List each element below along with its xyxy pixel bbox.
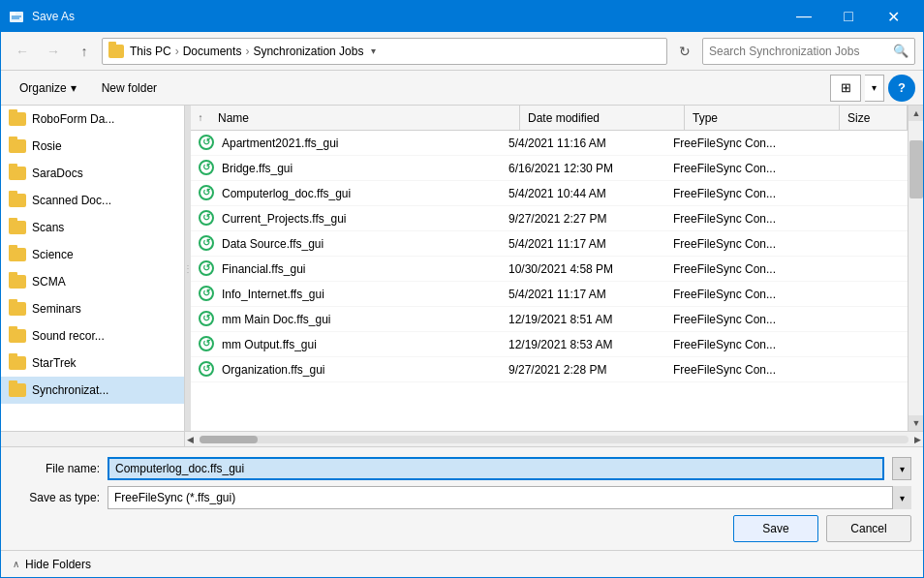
scroll-track <box>909 121 923 415</box>
table-row[interactable]: ↺ mm Output.ffs_gui 12/19/2021 8:53 AM F… <box>191 332 908 357</box>
filename-dropdown-button[interactable]: ▾ <box>892 457 911 480</box>
breadcrumb: This PC › Documents › Synchronization Jo… <box>102 38 667 65</box>
bottom-form: File name: ▾ Save as type: FreeFileSync … <box>1 446 923 550</box>
file-name-cell: ↺ Organization.ffs_gui <box>191 357 501 381</box>
filetype-row: Save as type: FreeFileSync (*.ffs_gui) ▾ <box>13 486 911 509</box>
ffs-icon: ↺ <box>199 235 216 253</box>
column-header-size[interactable]: Size <box>840 106 908 130</box>
hide-folders-bar[interactable]: ∧ Hide Folders <box>1 550 923 577</box>
sidebar-item-scma[interactable]: SCMA <box>1 268 184 295</box>
help-button[interactable]: ? <box>888 75 915 102</box>
file-name-cell: ↺ Current_Projects.ffs_gui <box>191 206 501 230</box>
search-icon: 🔍 <box>893 44 909 58</box>
sidebar-label: RoboForm Da... <box>32 112 114 126</box>
breadcrumb-this-pc[interactable]: This PC <box>130 45 171 58</box>
sidebar-item-rosie[interactable]: Rosie <box>1 133 184 160</box>
sidebar-label: Synchronizat... <box>32 383 108 397</box>
table-row[interactable]: ↺ Financial.ffs_gui 10/30/2021 4:58 PM F… <box>191 257 908 282</box>
organize-dropdown-icon: ▾ <box>71 81 77 95</box>
folder-icon <box>108 45 124 58</box>
file-name-cell: ↺ Info_Internet.ffs_gui <box>191 282 501 306</box>
sidebar-label: Seminars <box>32 302 81 316</box>
sidebar-item-saradocs[interactable]: SaraDocs <box>1 160 184 187</box>
ffs-icon: ↺ <box>199 210 216 228</box>
search-input[interactable] <box>709 45 893 58</box>
sidebar-item-scans[interactable]: Scans <box>1 214 184 241</box>
table-row[interactable]: ↺ Data Source.ffs_gui 5/4/2021 11:17 AM … <box>191 231 908 257</box>
table-row[interactable]: ↺ Apartment2021.ffs_gui 5/4/2021 11:16 A… <box>191 131 908 156</box>
sidebar-item-sound[interactable]: Sound recor... <box>1 322 184 350</box>
sidebar-item-scanned-doc[interactable]: Scanned Doc... <box>1 187 184 214</box>
table-row[interactable]: ↺ Current_Projects.ffs_gui 9/27/2021 2:2… <box>191 206 908 231</box>
forward-button[interactable]: → <box>40 38 67 65</box>
table-row[interactable]: ↺ mm Main Doc.ffs_gui 12/19/2021 8:51 AM… <box>191 307 908 332</box>
view-button[interactable]: ⊞ <box>830 75 861 102</box>
file-list-header: ↑ Name Date modified Type Size <box>191 106 908 131</box>
view-dropdown-icon: ▾ <box>872 82 877 93</box>
breadcrumb-sync-jobs[interactable]: Synchronization Jobs <box>253 45 363 58</box>
file-name-cell: ↺ Apartment2021.ffs_gui <box>191 131 501 155</box>
folder-icon <box>9 194 26 207</box>
table-row[interactable]: ↺ Bridge.ffs_gui 6/16/2021 12:30 PM Free… <box>191 156 908 181</box>
filename-input[interactable] <box>108 457 884 480</box>
ffs-icon: ↺ <box>199 135 216 152</box>
forward-icon: → <box>46 44 60 59</box>
up-button[interactable]: ↑ <box>71 38 98 65</box>
sidebar-item-seminars[interactable]: Seminars <box>1 295 184 322</box>
cancel-button[interactable]: Cancel <box>826 515 911 542</box>
refresh-icon: ↻ <box>679 44 691 59</box>
column-header-date[interactable]: Date modified <box>520 106 685 130</box>
table-row[interactable]: ↺ Info_Internet.ffs_gui 5/4/2021 11:17 A… <box>191 282 908 307</box>
save-label: Save <box>762 522 788 535</box>
scroll-down-button[interactable]: ▼ <box>909 415 923 431</box>
sidebar-label: Rosie <box>32 139 62 153</box>
ffs-icon: ↺ <box>199 286 216 303</box>
sidebar-item-synchronization[interactable]: Synchronizat... <box>1 377 184 404</box>
filetype-select-wrapper: FreeFileSync (*.ffs_gui) ▾ <box>108 486 911 509</box>
vertical-scrollbar[interactable]: ▲ ▼ <box>908 106 923 431</box>
folder-icon <box>9 275 26 289</box>
save-button[interactable]: Save <box>733 515 818 542</box>
column-header-name[interactable]: Name <box>210 106 520 130</box>
sidebar-item-roboform[interactable]: RoboForm Da... <box>1 106 184 133</box>
filetype-label: Save as type: <box>13 491 100 504</box>
view-icon: ⊞ <box>841 80 851 95</box>
scroll-thumb[interactable] <box>909 140 923 198</box>
filename-label: File name: <box>13 462 100 475</box>
toolbar: Organize ▾ New folder ⊞ ▾ ? <box>1 71 923 106</box>
breadcrumb-dropdown-button[interactable]: ▾ <box>363 38 383 65</box>
file-name-cell: ↺ mm Output.ffs_gui <box>191 332 501 356</box>
table-row[interactable]: ↺ Organization.ffs_gui 9/27/2021 2:28 PM… <box>191 357 908 382</box>
filename-row: File name: ▾ <box>13 457 911 480</box>
organize-button[interactable]: Organize ▾ <box>9 76 87 101</box>
file-name-cell: ↺ mm Main Doc.ffs_gui <box>191 307 501 331</box>
view-dropdown-button[interactable]: ▾ <box>865 75 884 102</box>
back-button[interactable]: ← <box>9 38 36 65</box>
folder-icon <box>9 248 26 261</box>
folder-icon <box>9 329 26 343</box>
file-name-cell: ↺ Bridge.ffs_gui <box>191 156 501 180</box>
h-scroll-thumb[interactable] <box>200 436 258 443</box>
ffs-icon: ↺ <box>199 311 216 328</box>
new-folder-button[interactable]: New folder <box>91 76 168 101</box>
sidebar-item-science[interactable]: Science <box>1 241 184 268</box>
sidebar-item-startrek[interactable]: StarTrek <box>1 350 184 377</box>
sidebar-label: Sound recor... <box>32 329 105 343</box>
sidebar-label: Science <box>32 248 74 261</box>
folder-icon <box>9 383 26 397</box>
close-button[interactable]: ✕ <box>871 1 915 32</box>
breadcrumb-documents[interactable]: Documents <box>183 45 242 58</box>
filetype-select[interactable]: FreeFileSync (*.ffs_gui) <box>108 486 911 509</box>
dialog-title: Save As <box>32 10 782 23</box>
maximize-button[interactable]: □ <box>826 1 871 32</box>
h-scroll-track <box>200 436 909 443</box>
table-row[interactable]: ↺ Computerlog_doc.ffs_gui 5/4/2021 10:44… <box>191 181 908 206</box>
ffs-icon: ↺ <box>199 185 216 202</box>
minimize-button[interactable]: — <box>782 1 826 32</box>
scroll-up-button[interactable]: ▲ <box>909 106 923 121</box>
cancel-label: Cancel <box>850 522 886 535</box>
refresh-button[interactable]: ↻ <box>671 38 698 65</box>
column-header-type[interactable]: Type <box>685 106 840 130</box>
bottom-actions: Save Cancel <box>13 515 911 542</box>
up-icon: ↑ <box>81 44 88 59</box>
